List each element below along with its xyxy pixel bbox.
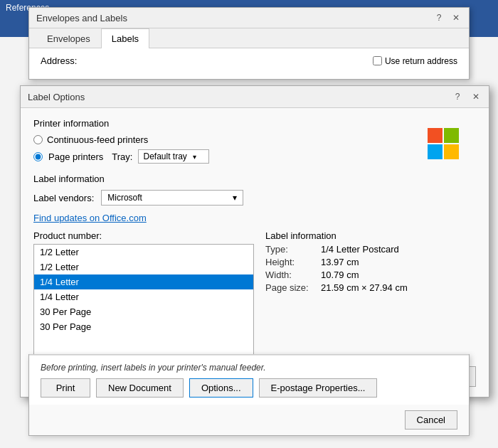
printer-section: Printer information Continuous-feed prin… (33, 118, 476, 164)
vendor-value: Microsoft (107, 193, 142, 203)
ms-logo-blue (428, 144, 443, 159)
env-footer-area: Before printing, insert labels in your p… (28, 354, 470, 436)
label-info-table: Type: 1/4 Letter Postcard Height: 13.97 … (265, 244, 476, 293)
info-width-key: Width: (265, 270, 315, 280)
env-close-btn[interactable]: ✕ (450, 12, 462, 23)
tray-select[interactable]: Default tray ▾ (138, 149, 209, 164)
product-item-4[interactable]: 30 Per Page (34, 304, 253, 319)
use-return-row: Use return address (373, 56, 457, 66)
continuous-feed-radio[interactable] (33, 135, 43, 144)
options-button[interactable]: Options... (189, 378, 253, 398)
tray-label: Tray: (112, 151, 132, 162)
label-info-section-title: Label information (33, 174, 476, 184)
env-note: Before printing, insert labels in your p… (41, 363, 457, 373)
page-printers-radio[interactable] (33, 152, 43, 161)
ms-logo (428, 128, 463, 164)
info-width-row: Width: 10.79 cm (265, 270, 476, 280)
product-list-wrapper: 1/2 Letter 1/2 Letter 1/4 Letter 1/4 Let… (33, 244, 254, 358)
printer-section-title: Printer information (33, 118, 476, 129)
product-number-title: Product number: (33, 230, 254, 241)
info-col: Label information Type: 1/4 Letter Postc… (265, 230, 476, 358)
env-titlebar-actions: ? ✕ (433, 12, 462, 23)
envelopes-labels-dialog: Envelopes and Labels ? ✕ Envelopes Label… (28, 7, 470, 80)
env-action-buttons: Print New Document Options... E-postage … (41, 378, 457, 398)
lo-title: Label Options (28, 92, 85, 102)
product-item-0[interactable]: 1/2 Letter (34, 245, 253, 260)
address-row: Address: Use return address (41, 55, 457, 66)
label-info-col-title: Label information (265, 230, 476, 241)
tab-envelopes[interactable]: Envelopes (36, 28, 101, 48)
info-height-row: Height: 13.97 cm (265, 257, 476, 267)
info-height-val: 13.97 cm (321, 257, 359, 267)
product-info-row: Product number: 1/2 Letter 1/2 Letter 1/… (33, 230, 476, 358)
product-col: Product number: 1/2 Letter 1/2 Letter 1/… (33, 230, 254, 358)
info-height-key: Height: (265, 257, 315, 267)
info-pagesize-row: Page size: 21.59 cm × 27.94 cm (265, 282, 476, 293)
info-type-val: 1/4 Letter Postcard (321, 244, 399, 255)
product-item-1[interactable]: 1/2 Letter (34, 260, 253, 274)
ms-logo-red (428, 128, 443, 143)
env-dialog-title: Envelopes and Labels (36, 13, 127, 23)
continuous-feed-row: Continuous-feed printers (33, 134, 476, 145)
epostage-button[interactable]: E-postage Properties... (259, 378, 378, 398)
page-printers-label: Page printers (48, 151, 103, 162)
env-body: Address: Use return address (29, 48, 469, 79)
product-item-2[interactable]: 1/4 Letter (34, 274, 253, 289)
info-type-row: Type: 1/4 Letter Postcard (265, 244, 476, 255)
new-document-button[interactable]: New Document (96, 378, 184, 398)
product-item-3[interactable]: 1/4 Letter (34, 289, 253, 304)
lo-titlebar-actions: ? ✕ (452, 91, 482, 102)
tray-chevron-icon: ▾ (193, 153, 196, 161)
print-button[interactable]: Print (41, 378, 90, 398)
product-list[interactable]: 1/2 Letter 1/2 Letter 1/4 Letter 1/4 Let… (33, 244, 254, 358)
vendor-chevron-icon: ▾ (233, 193, 237, 203)
label-options-dialog: Label Options ? ✕ Printer information Co… (20, 85, 489, 398)
env-help-btn[interactable]: ? (433, 12, 445, 23)
tab-labels[interactable]: Labels (101, 28, 149, 48)
env-cancel-row: Cancel (29, 405, 469, 435)
env-dialog-titlebar: Envelopes and Labels ? ✕ (29, 8, 469, 28)
lo-close-btn[interactable]: ✕ (470, 91, 482, 102)
lo-help-btn[interactable]: ? (452, 91, 463, 102)
address-label: Address: (41, 55, 77, 66)
env-tabs-bar: Envelopes Labels (29, 28, 469, 48)
find-updates-link[interactable]: Find updates on Office.com (33, 213, 476, 223)
info-pagesize-key: Page size: (265, 282, 315, 293)
tray-value: Default tray (143, 151, 186, 161)
env-cancel-button[interactable]: Cancel (405, 410, 457, 430)
info-type-key: Type: (265, 244, 315, 255)
product-item-5[interactable]: 30 Per Page (34, 319, 253, 334)
label-info-section: Label information Label vendors: Microso… (33, 174, 476, 206)
use-return-checkbox[interactable] (373, 56, 382, 65)
ms-logo-yellow (444, 144, 459, 159)
vendor-row: Label vendors: Microsoft ▾ (33, 190, 476, 206)
info-width-val: 10.79 cm (321, 270, 359, 280)
continuous-feed-label: Continuous-feed printers (47, 134, 148, 145)
ms-logo-green (444, 128, 459, 143)
page-printers-row: Page printers Tray: Default tray ▾ (33, 149, 476, 164)
env-footer: Before printing, insert labels in your p… (29, 355, 469, 405)
info-pagesize-val: 21.59 cm × 27.94 cm (321, 282, 408, 293)
use-return-label: Use return address (385, 56, 457, 66)
vendor-label: Label vendors: (33, 193, 94, 203)
vendor-select[interactable]: Microsoft ▾ (101, 190, 243, 206)
lo-titlebar: Label Options ? ✕ (21, 86, 489, 108)
